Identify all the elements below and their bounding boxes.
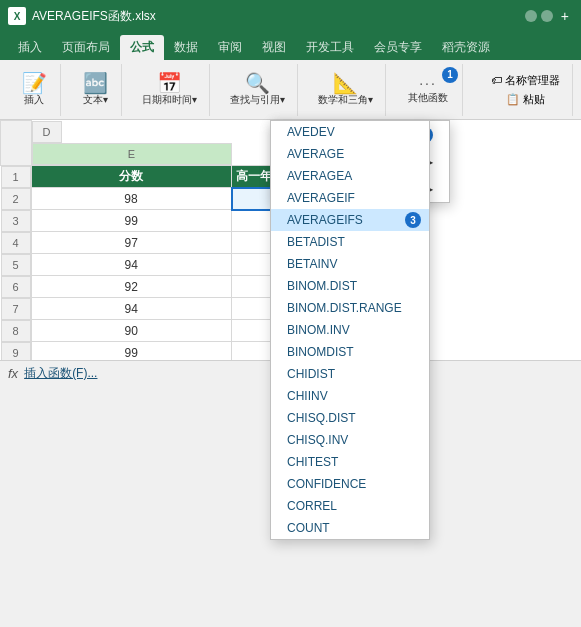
func-item-counta[interactable]: COUNTA	[271, 539, 429, 540]
group-text: 🔤 文本▾	[69, 64, 122, 116]
text-icon: 🔤	[83, 73, 108, 93]
group-lookup: 🔍 查找与引用▾	[218, 64, 298, 116]
math-btn[interactable]: 📐 数学和三角▾	[314, 71, 377, 109]
tab-resources[interactable]: 稻壳资源	[432, 35, 500, 60]
tab-formula[interactable]: 公式	[120, 35, 164, 60]
paste-label: 粘贴	[523, 92, 545, 107]
row-num-1: 1	[1, 166, 31, 188]
func-item-averageif[interactable]: AVERAGEIF	[271, 187, 429, 209]
func-item-average[interactable]: AVERAGE	[271, 143, 429, 165]
more-func-btn[interactable]: ··· 其他函数 1	[402, 71, 454, 109]
datetime-label: 日期和时间▾	[142, 93, 197, 107]
app-logo: X	[8, 7, 26, 25]
math-label: 数学和三角▾	[318, 93, 373, 107]
datetime-btn[interactable]: 📅 日期和时间▾	[138, 71, 201, 109]
name-manager-icon: 🏷	[491, 74, 502, 86]
group-insert-func: 📝 插入	[8, 64, 61, 116]
main-window: X AVERAGEIFS函数.xlsx + 插入 页面布局 公式 数据 审阅 视…	[0, 0, 581, 386]
more-dots-icon: ···	[419, 75, 437, 91]
datetime-icon: 📅	[157, 73, 182, 93]
col-d-header: 分数	[31, 165, 232, 188]
tab-insert[interactable]: 插入	[8, 35, 52, 60]
func-item-chidist[interactable]: CHIDIST	[271, 363, 429, 385]
tab-view[interactable]: 视图	[252, 35, 296, 60]
func-item-chisq-dist[interactable]: CHISQ.DIST	[271, 407, 429, 429]
func-item-betainv[interactable]: BETAINV	[271, 253, 429, 275]
func-item-averagea[interactable]: AVERAGEA	[271, 165, 429, 187]
more-func-label: 其他函数	[408, 91, 448, 105]
func-item-correl[interactable]: CORREL	[271, 495, 429, 517]
group-name-mgr: 🏷 名称管理器 📋 粘贴	[479, 64, 573, 116]
insert-func-label: 插入	[24, 93, 44, 107]
func-item-confidence[interactable]: CONFIDENCE	[271, 473, 429, 495]
ribbon-tab-bar: 插入 页面布局 公式 数据 审阅 视图 开发工具 会员专享 稻壳资源	[0, 32, 581, 60]
func-item-binom-dist[interactable]: BINOM.DIST	[271, 275, 429, 297]
tab-member[interactable]: 会员专享	[364, 35, 432, 60]
tab-data[interactable]: 数据	[164, 35, 208, 60]
group-datetime: 📅 日期和时间▾	[130, 64, 210, 116]
insert-func-btn[interactable]: 📝 插入	[16, 71, 52, 109]
func-submenu: AVEDEV AVERAGE AVERAGEA AVERAGEIF AVERAG…	[270, 120, 430, 540]
col-header-D: D	[32, 121, 62, 143]
paste-icon: 📋	[506, 93, 520, 106]
tab-review[interactable]: 审阅	[208, 35, 252, 60]
text-btn[interactable]: 🔤 文本▾	[77, 71, 113, 109]
insert-func-link[interactable]: 插入函数(F)...	[24, 365, 97, 382]
window-dot1	[525, 10, 537, 22]
paste-btn[interactable]: 📋 粘贴	[502, 91, 549, 108]
averageifs-badge: 3	[405, 212, 421, 228]
new-tab-button[interactable]: +	[557, 8, 573, 24]
func-item-chisq-inv[interactable]: CHISQ.INV	[271, 429, 429, 451]
func-item-chitest[interactable]: CHITEST	[271, 451, 429, 473]
group-math: 📐 数学和三角▾	[306, 64, 386, 116]
func-item-count[interactable]: COUNT	[271, 517, 429, 539]
name-manager-label: 名称管理器	[505, 73, 560, 88]
func-item-binom-dist-range[interactable]: BINOM.DIST.RANGE	[271, 297, 429, 319]
lookup-icon: 🔍	[245, 73, 270, 93]
func-item-betadist[interactable]: BETADIST	[271, 231, 429, 253]
group-more-func: ··· 其他函数 1	[394, 64, 463, 116]
title-bar: X AVERAGEIFS函数.xlsx +	[0, 0, 581, 32]
lookup-btn[interactable]: 🔍 查找与引用▾	[226, 71, 289, 109]
text-label: 文本▾	[83, 93, 108, 107]
window-title: AVERAGEIFS函数.xlsx	[32, 8, 519, 25]
func-item-binomdist[interactable]: BINOMDIST	[271, 341, 429, 363]
tab-developer[interactable]: 开发工具	[296, 35, 364, 60]
func-item-averageifs[interactable]: AVERAGEIFS 3	[271, 209, 429, 231]
insert-func-icon: 📝	[22, 73, 47, 93]
func-item-binom-inv[interactable]: BINOM.INV	[271, 319, 429, 341]
col-header-E: E	[32, 143, 232, 165]
window-dot2	[541, 10, 553, 22]
tab-page-layout[interactable]: 页面布局	[52, 35, 120, 60]
window-controls: +	[525, 8, 573, 24]
math-icon: 📐	[333, 73, 358, 93]
fx-icon: fx	[8, 366, 18, 381]
workspace: D E 1 分数 高一年级5班学生的平均成绩 2 98 3 99	[0, 120, 581, 386]
ribbon-toolbar: 📝 插入 🔤 文本▾ 📅 日期和时间▾ 🔍 查找与引用▾	[0, 60, 581, 120]
func-item-avedev[interactable]: AVEDEV	[271, 121, 429, 143]
name-manager-btn[interactable]: 🏷 名称管理器	[487, 72, 564, 89]
lookup-label: 查找与引用▾	[230, 93, 285, 107]
func-item-chiinv[interactable]: CHIINV	[271, 385, 429, 407]
more-func-badge: 1	[442, 67, 458, 83]
